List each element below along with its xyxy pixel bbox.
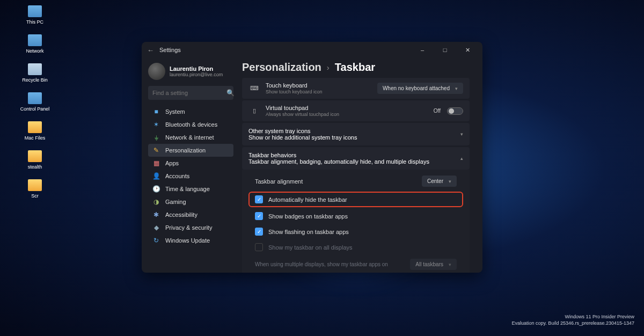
virtual-touchpad-toggle[interactable]: [447, 107, 463, 115]
row-label: Show flashing on taskbar apps: [268, 229, 457, 235]
nav-icon: ✶: [152, 121, 160, 128]
section-subtitle: Taskbar alignment, badging, automaticall…: [248, 158, 460, 165]
chevron-down-icon: ▾: [455, 86, 458, 91]
row-label: When using multiple displays, show my ta…: [255, 261, 405, 267]
section-taskbar-behaviors[interactable]: Taskbar behaviors Taskbar alignment, bad…: [242, 147, 470, 170]
setting-title: Touch keyboard: [266, 82, 372, 89]
nav-label: Personalization: [165, 147, 206, 154]
folder-icon: [28, 121, 42, 133]
folder-icon: [28, 179, 42, 191]
nav-label: Accounts: [165, 173, 189, 179]
nav-label: Network & internet: [165, 134, 214, 141]
desktop-icon-mac-files[interactable]: Mac Files: [16, 121, 54, 141]
row-show-badges-on-taskbar-apps[interactable]: ✓Show badges on taskbar apps: [242, 208, 470, 224]
folder-icon: [28, 63, 42, 75]
folder-icon: [28, 150, 42, 162]
checkbox-show-badges-on-taskbar-apps[interactable]: ✓: [255, 212, 263, 220]
chevron-up-icon: ▴: [460, 156, 463, 161]
content-scroll[interactable]: ⌨ Touch keyboard Show touch keyboard ico…: [242, 78, 473, 273]
search-box[interactable]: 🔍: [148, 86, 233, 100]
desktop-icon-this-pc[interactable]: This PC: [16, 5, 54, 25]
breadcrumb-current: Taskbar: [335, 61, 375, 74]
nav-icon: ↻: [152, 237, 160, 244]
nav-item-privacy-security[interactable]: ◆Privacy & security: [148, 221, 233, 234]
chevron-down-icon: ▾: [460, 132, 463, 137]
row-taskbar-alignment: Taskbar alignment Center ▾: [242, 172, 470, 191]
user-profile[interactable]: Laurentiu Piron laurentiu.piron@live.com: [148, 61, 233, 82]
setting-subtitle: Show touch keyboard icon: [266, 89, 372, 94]
chevron-down-icon: ▾: [449, 179, 451, 184]
nav-icon: ◆: [152, 224, 160, 231]
nav-icon: ⏚: [152, 134, 160, 141]
keyboard-icon: ⌨: [248, 83, 260, 94]
desktop-icon-recycle-bin[interactable]: Recycle Bin: [16, 63, 54, 83]
desktop-icon-label: Recycle Bin: [22, 77, 48, 83]
nav-label: Apps: [165, 160, 179, 166]
nav-item-apps[interactable]: ▦Apps: [148, 157, 233, 170]
breadcrumb-parent[interactable]: Personalization: [242, 61, 321, 74]
maximize-button[interactable]: □: [435, 44, 455, 56]
sidebar: Laurentiu Piron laurentiu.piron@live.com…: [142, 58, 237, 273]
nav-label: Privacy & security: [165, 224, 212, 231]
close-button[interactable]: ✕: [458, 44, 477, 56]
setting-subtitle: Always show virtual touchpad icon: [266, 112, 428, 117]
avatar: [148, 63, 165, 80]
checkbox-show-flashing-on-taskbar-apps[interactable]: ✓: [255, 228, 263, 236]
desktop-icon-label: Control Panel: [20, 106, 50, 112]
row-multi-display-apps: When using multiple displays, show my ta…: [242, 255, 470, 273]
setting-virtual-touchpad[interactable]: ▯ Virtual touchpad Always show virtual t…: [242, 100, 470, 121]
folder-icon: [28, 34, 42, 46]
folder-icon: [28, 5, 42, 17]
nav-item-windows-update[interactable]: ↻Windows Update: [148, 234, 233, 247]
taskbar-alignment-dropdown[interactable]: Center ▾: [422, 176, 457, 187]
nav-icon: ■: [152, 108, 160, 115]
desktop-icon-stealth[interactable]: stealth: [16, 150, 54, 170]
search-icon: 🔍: [226, 89, 235, 97]
chevron-right-icon: ›: [327, 63, 330, 72]
user-name: Laurentiu Piron: [170, 65, 223, 72]
nav-item-bluetooth-devices[interactable]: ✶Bluetooth & devices: [148, 118, 233, 131]
checkbox-automatically-hide-the-taskbar[interactable]: ✓: [255, 195, 263, 203]
nav-icon: 👤: [152, 172, 160, 180]
window-titlebar: ← Settings – □ ✕: [142, 42, 482, 58]
desktop-icon-control-panel[interactable]: Control Panel: [16, 92, 54, 112]
setting-touch-keyboard[interactable]: ⌨ Touch keyboard Show touch keyboard ico…: [242, 78, 470, 99]
nav-item-accounts[interactable]: 👤Accounts: [148, 170, 233, 182]
section-title: Other system tray icons: [248, 128, 460, 134]
section-title: Taskbar behaviors: [248, 152, 460, 158]
row-automatically-hide-the-taskbar[interactable]: ✓Automatically hide the taskbar: [248, 192, 463, 207]
row-show-my-taskbar-on-all-displays: Show my taskbar on all displays: [242, 239, 470, 255]
window-title: Settings: [159, 47, 413, 53]
row-label: Taskbar alignment: [255, 178, 416, 185]
nav-item-gaming[interactable]: ◑Gaming: [148, 195, 233, 208]
desktop-icon-label: Network: [26, 48, 43, 54]
desktop-icon-label: stealth: [28, 164, 42, 170]
desktop-icon-scr[interactable]: Scr: [16, 179, 54, 199]
desktop-icon-network[interactable]: Network: [16, 34, 54, 54]
nav-label: Time & language: [165, 186, 210, 192]
row-label: Show my taskbar on all displays: [268, 244, 457, 251]
nav-label: System: [165, 108, 185, 115]
nav-item-system[interactable]: ■System: [148, 105, 233, 118]
section-other-tray-icons[interactable]: Other system tray icons Show or hide add…: [242, 123, 470, 145]
minimize-button[interactable]: –: [413, 44, 432, 56]
nav-label: Gaming: [165, 199, 186, 205]
row-show-flashing-on-taskbar-apps[interactable]: ✓Show flashing on taskbar apps: [242, 224, 470, 239]
nav-item-time-language[interactable]: 🕑Time & language: [148, 182, 233, 195]
touch-keyboard-dropdown[interactable]: When no keyboard attached ▾: [377, 83, 463, 94]
section-subtitle: Show or hide additional system tray icon…: [248, 134, 460, 141]
row-label: Automatically hide the taskbar: [268, 196, 457, 203]
touchpad-icon: ▯: [248, 105, 260, 117]
search-input[interactable]: [152, 90, 226, 96]
content-pane: Personalization › Taskbar ⌨ Touch keyboa…: [237, 58, 482, 273]
nav-item-network-internet[interactable]: ⏚Network & internet: [148, 131, 233, 144]
nav-icon: ◑: [152, 198, 160, 206]
nav-label: Windows Update: [165, 237, 210, 244]
checkbox-show-my-taskbar-on-all-displays: [255, 243, 263, 251]
taskbar-behaviors-body: Taskbar alignment Center ▾ ✓Automaticall…: [242, 170, 470, 273]
nav-item-personalization[interactable]: ✎Personalization: [148, 144, 233, 157]
folder-icon: [28, 92, 42, 104]
nav-item-accessibility[interactable]: ✱Accessibility: [148, 208, 233, 221]
back-button[interactable]: ←: [147, 46, 154, 54]
toggle-label: Off: [434, 108, 441, 114]
